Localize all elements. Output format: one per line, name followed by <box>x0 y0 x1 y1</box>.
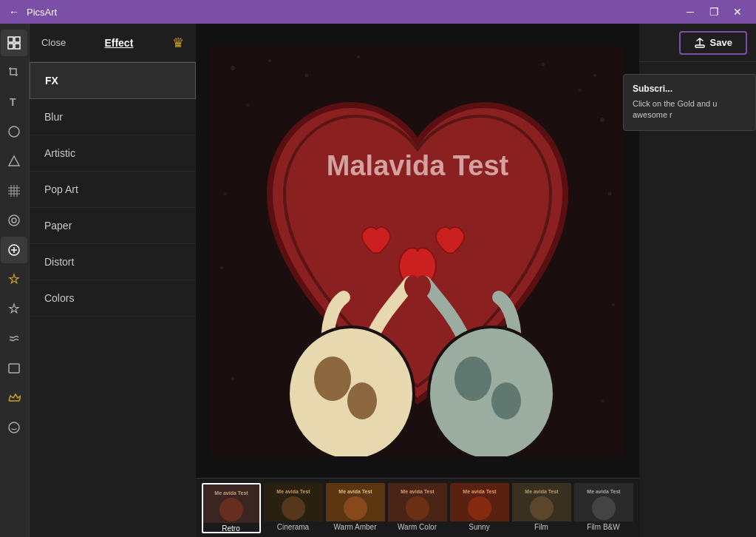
toolbar-lens[interactable] <box>1 207 27 234</box>
svg-point-58 <box>530 496 554 520</box>
svg-rect-62 <box>695 45 704 47</box>
effect-panel: Close Effect ♛ FX Blur Artistic Pop Art … <box>30 24 196 537</box>
svg-text:Malavida Test: Malavida Test <box>326 150 508 181</box>
minimize-button[interactable]: ─ <box>681 4 700 19</box>
svg-point-26 <box>224 192 227 195</box>
svg-point-20 <box>246 104 249 107</box>
film-label-film: Film <box>512 521 571 533</box>
canvas-area: Malavida Test <box>196 24 639 537</box>
effect-item-fx[interactable]: FX <box>30 62 196 99</box>
svg-point-43 <box>219 498 243 521</box>
effect-item-pop-art[interactable]: Pop Art <box>30 172 196 208</box>
svg-point-23 <box>579 89 582 92</box>
svg-point-52 <box>406 496 429 520</box>
subscription-tooltip: Subscri... Click on the Gold and u aweso… <box>623 74 756 131</box>
toolbar-sticker[interactable] <box>1 414 27 441</box>
titlebar-left: ← PicsArt <box>9 6 57 18</box>
toolbar-adjust[interactable] <box>1 266 27 293</box>
film-label-cinerama: Cinerama <box>264 521 323 533</box>
effect-item-colors[interactable]: Colors <box>30 280 196 317</box>
right-panel: Save Subscri... Click on the Gold and u … <box>639 24 756 537</box>
toolbar-grid[interactable] <box>1 30 27 56</box>
svg-point-55 <box>468 496 491 520</box>
window-controls: ─ ❐ ✕ <box>681 4 747 19</box>
svg-point-30 <box>231 376 234 380</box>
toolbar-effect[interactable] <box>1 237 27 263</box>
svg-point-12 <box>9 215 19 226</box>
film-item-sunny[interactable]: Me avida Test Sunny <box>450 483 509 533</box>
share-icon <box>694 37 706 49</box>
svg-point-34 <box>314 357 351 401</box>
film-item-retro[interactable]: Me avida Test Retro <box>202 483 261 533</box>
main-layout: T <box>0 24 756 537</box>
svg-rect-3 <box>15 44 20 49</box>
effect-item-artistic[interactable]: Artistic <box>30 135 196 172</box>
toolbar-eraser[interactable] <box>1 355 27 382</box>
main-canvas: Malavida Test <box>211 46 624 456</box>
close-panel-button[interactable]: Close <box>41 37 66 48</box>
svg-point-13 <box>12 218 16 223</box>
svg-point-35 <box>347 382 377 419</box>
toolbar-text[interactable]: T <box>1 89 27 115</box>
svg-point-21 <box>357 55 360 58</box>
toolbar-draw[interactable] <box>1 118 27 145</box>
tooltip-text: Click on the Gold and u awesome r <box>633 98 746 121</box>
svg-point-37 <box>454 357 491 401</box>
svg-text:Me avida Test: Me avida Test <box>463 489 497 494</box>
filmstrip: Me avida Test Retro Me avida Test Cinera… <box>196 478 639 537</box>
svg-point-27 <box>607 192 611 195</box>
film-item-cinerama[interactable]: Me avida Test Cinerama <box>264 483 323 533</box>
svg-text:Me avida Test: Me avida Test <box>338 489 372 494</box>
toolbar-texture[interactable] <box>1 178 27 204</box>
save-bar: Save <box>639 24 756 62</box>
svg-point-5 <box>9 126 19 137</box>
film-item-film[interactable]: Me avida Test Film <box>512 483 571 533</box>
svg-point-25 <box>593 74 596 77</box>
svg-point-28 <box>220 266 223 269</box>
film-label-film-bw: Film B&W <box>574 521 633 533</box>
window-close-button[interactable]: ✕ <box>728 4 747 19</box>
svg-text:Me avida Test: Me avida Test <box>214 490 248 496</box>
svg-rect-14 <box>9 364 19 373</box>
app-title: PicsArt <box>27 7 57 18</box>
toolbar-crop[interactable] <box>1 59 27 86</box>
svg-text:Me avida Test: Me avida Test <box>401 489 435 494</box>
toolbar-mask[interactable] <box>1 148 27 175</box>
svg-text:T: T <box>10 96 16 108</box>
film-item-warm-amber[interactable]: Me avida Test Warm Amber <box>326 483 385 533</box>
toolbar-crown[interactable] <box>1 385 27 411</box>
svg-text:Me avida Test: Me avida Test <box>587 489 621 494</box>
svg-text:Me avida Test: Me avida Test <box>525 489 559 494</box>
svg-point-15 <box>9 422 19 433</box>
svg-point-31 <box>601 399 604 402</box>
left-toolbar: T <box>0 24 30 537</box>
effect-title: Effect <box>104 37 133 49</box>
effect-item-paper[interactable]: Paper <box>30 208 196 244</box>
film-item-film-bw[interactable]: Me avida Test Film B&W <box>574 483 633 533</box>
back-icon[interactable]: ← <box>9 6 19 18</box>
save-button[interactable]: Save <box>679 31 747 55</box>
svg-point-17 <box>231 66 235 70</box>
svg-point-29 <box>612 303 615 306</box>
svg-point-49 <box>344 496 367 520</box>
canvas-wrapper: Malavida Test <box>196 24 639 478</box>
svg-rect-0 <box>8 37 13 42</box>
film-item-warm-color[interactable]: Me avida Test Warm Color <box>388 483 447 533</box>
toolbar-magic[interactable] <box>1 296 27 322</box>
effect-item-distort[interactable]: Distort <box>30 244 196 280</box>
maximize-button[interactable]: ❐ <box>704 4 723 19</box>
effect-header: Close Effect ♛ <box>30 24 196 62</box>
crown-icon: ♛ <box>172 35 184 51</box>
svg-text:Me avida Test: Me avida Test <box>276 489 310 494</box>
film-label-warm-color: Warm Color <box>388 521 447 533</box>
svg-rect-1 <box>15 37 20 42</box>
svg-point-46 <box>282 496 305 520</box>
svg-point-18 <box>268 59 271 62</box>
effect-item-blur[interactable]: Blur <box>30 99 196 135</box>
film-label-warm-amber: Warm Amber <box>326 521 385 533</box>
svg-point-22 <box>541 62 545 66</box>
svg-rect-2 <box>8 44 13 49</box>
effect-list: FX Blur Artistic Pop Art Paper Distort C… <box>30 62 196 537</box>
svg-point-38 <box>491 382 521 419</box>
toolbar-liquify[interactable] <box>1 325 27 352</box>
